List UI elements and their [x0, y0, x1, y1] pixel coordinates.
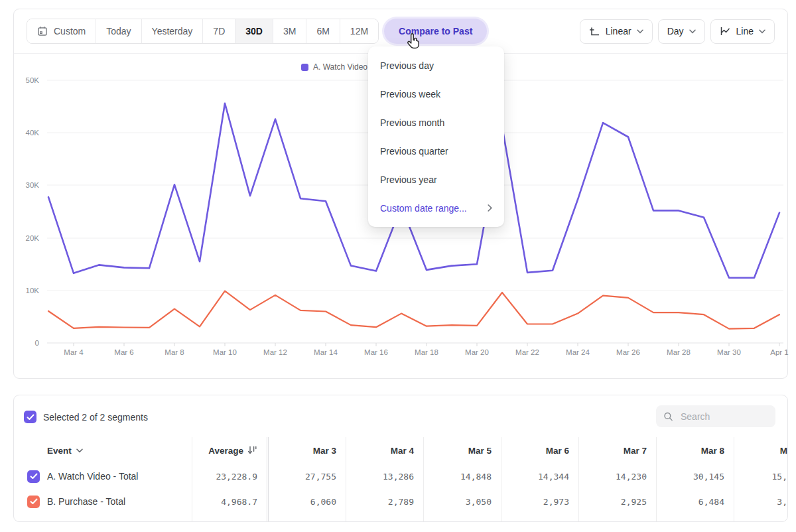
cell-purchase-mar-6: 2,973: [501, 489, 578, 514]
menu-item-previous-month[interactable]: Previous month: [368, 108, 504, 137]
x-axis-tick: Mar 14: [300, 348, 351, 356]
granularity-dropdown-button[interactable]: Day: [658, 19, 705, 44]
cell-watch-video-mar-6: 14,344: [501, 464, 578, 489]
column-mar-3: Mar 3 27,755 6,060: [269, 437, 346, 521]
select-all-checkbox[interactable]: [24, 411, 36, 423]
cell-average-watch-video: 23,228.9: [192, 464, 267, 489]
x-axis-tick: Apr 1: [754, 348, 796, 356]
y-axis-tick: 40K: [14, 127, 39, 138]
event-column-header[interactable]: Event: [14, 437, 192, 464]
day-column-header[interactable]: Mar 6: [501, 437, 578, 464]
menu-item-previous-week[interactable]: Previous week: [368, 80, 504, 108]
series-line-purchase: [48, 291, 779, 329]
range-today-button[interactable]: Today: [96, 19, 141, 43]
x-axis-tick: Mar 8: [149, 348, 200, 356]
segments-search[interactable]: [656, 405, 775, 427]
column-mar-4: Mar 4 13,286 2,789: [346, 437, 424, 521]
cell-watch-video-mar-7: 14,230: [579, 464, 656, 489]
segments-table: Event A. Watch Video - Total B. Purchase…: [14, 437, 787, 521]
day-column-header[interactable]: Mar 4: [346, 437, 423, 464]
x-axis-tick: Mar 16: [351, 348, 401, 356]
check-icon: [27, 414, 34, 421]
scale-dropdown-button[interactable]: Linear: [580, 19, 653, 44]
cell-purchase-mar-8: 6,484: [657, 489, 734, 514]
chart-type-dropdown-button[interactable]: Line: [710, 19, 775, 44]
segment-label: B. Purchase - Total: [47, 496, 125, 507]
cell-purchase-mar-9-clipped: 3,: [734, 489, 788, 514]
y-axis-tick: 30K: [14, 180, 39, 190]
segments-card: Selected 2 of 2 segments Event A. Watch …: [13, 395, 788, 522]
cell-purchase-mar-5: 3,050: [424, 489, 501, 514]
search-input[interactable]: [679, 411, 768, 423]
linear-axis-icon: [589, 26, 600, 36]
y-axis-tick: 0: [14, 338, 39, 348]
cell-average-purchase: 4,968.7: [192, 489, 267, 514]
x-axis-tick: Mar 12: [250, 348, 300, 356]
chevron-down-icon: [689, 29, 696, 34]
row-purchase-label: B. Purchase - Total: [14, 489, 192, 514]
day-column-header[interactable]: Mar 3: [269, 437, 346, 464]
chart-options-group: Linear Day Line: [580, 19, 775, 44]
row-watch-video-label: A. Watch Video - Total: [14, 464, 192, 489]
x-axis-tick: Mar 20: [452, 348, 502, 356]
day-column-header[interactable]: M: [734, 437, 788, 464]
cell-watch-video-mar-5: 14,848: [424, 464, 501, 489]
column-mar-7: Mar 7 14,230 2,925: [579, 437, 657, 521]
x-axis-tick: Mar 10: [200, 348, 250, 356]
range-yesterday-button[interactable]: Yesterday: [141, 19, 203, 43]
column-mar-8: Mar 8 30,145 6,484: [657, 437, 734, 521]
x-axis-tick: Mar 18: [401, 348, 452, 356]
column-average: Average 23,228.9 4,968.7: [192, 437, 269, 521]
range-custom-button[interactable]: Custom: [27, 19, 96, 43]
cell-watch-video-mar-3: 27,755: [269, 464, 346, 489]
range-label: Custom: [54, 26, 86, 36]
chevron-down-icon: [759, 29, 765, 34]
day-column-header[interactable]: Mar 7: [579, 437, 656, 464]
row-checkbox-purchase[interactable]: [27, 496, 40, 508]
search-icon: [663, 411, 673, 422]
row-checkbox-watch-video[interactable]: [27, 470, 40, 483]
compare-to-past-menu: Previous day Previous week Previous mont…: [368, 46, 504, 227]
check-icon: [30, 473, 38, 480]
range-7d-button[interactable]: 7D: [202, 19, 235, 43]
date-range-control: Custom Today Yesterday 7D 30D 3M 6M 12M: [27, 19, 379, 44]
column-event: Event A. Watch Video - Total B. Purchase…: [14, 437, 192, 521]
column-mar-5: Mar 5 14,848 3,050: [424, 437, 501, 521]
x-axis-tick: Mar 30: [704, 348, 754, 356]
x-axis-tick: Mar 28: [653, 348, 704, 356]
range-6m-button[interactable]: 6M: [306, 19, 339, 43]
legend-swatch-purple: [301, 64, 308, 71]
cell-purchase-mar-7: 2,925: [579, 489, 656, 514]
cell-purchase-mar-3: 6,060: [269, 489, 346, 514]
chevron-down-icon: [637, 29, 643, 34]
check-icon: [30, 498, 38, 505]
day-column-header[interactable]: Mar 5: [424, 437, 501, 464]
x-axis-tick: Mar 4: [48, 348, 99, 356]
menu-item-previous-quarter[interactable]: Previous quarter: [368, 137, 504, 165]
menu-item-custom-date-range[interactable]: Custom date range...: [368, 194, 504, 222]
y-axis-tick: 20K: [14, 233, 39, 243]
cell-watch-video-mar-4: 13,286: [346, 464, 423, 489]
cell-purchase-mar-4: 2,789: [346, 489, 423, 514]
column-mar-9-clipped: M 15, 3,: [734, 437, 788, 521]
y-axis-tick: 10K: [14, 285, 39, 296]
menu-item-previous-year[interactable]: Previous year: [368, 165, 504, 194]
range-3m-button[interactable]: 3M: [273, 19, 306, 43]
average-column-header[interactable]: Average: [192, 437, 267, 464]
chevron-down-icon: [76, 448, 83, 453]
column-mar-6: Mar 6 14,344 2,973: [501, 437, 579, 521]
calendar-icon: [37, 26, 48, 36]
day-column-header[interactable]: Mar 8: [657, 437, 734, 464]
range-12m-button[interactable]: 12M: [340, 19, 378, 43]
sort-descending-icon: [247, 446, 257, 455]
range-30d-button-selected[interactable]: 30D: [235, 19, 273, 43]
y-axis-tick: 50K: [14, 75, 39, 86]
segment-label: A. Watch Video - Total: [47, 471, 138, 482]
cell-watch-video-mar-9-clipped: 15,: [734, 464, 788, 489]
x-axis-tick: Mar 26: [603, 348, 653, 356]
x-axis-tick: Mar 6: [99, 348, 149, 356]
chevron-right-icon: [488, 204, 492, 212]
line-chart-icon: [720, 26, 731, 36]
compare-to-past-button[interactable]: Compare to Past: [384, 19, 487, 44]
menu-item-previous-day[interactable]: Previous day: [368, 51, 504, 80]
